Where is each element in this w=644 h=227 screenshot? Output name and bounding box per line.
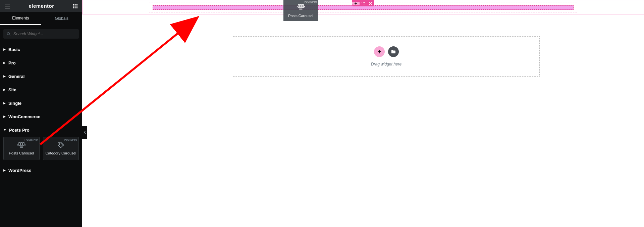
grip-icon [361, 2, 365, 5]
svg-rect-24 [300, 4, 302, 8]
add-section-button[interactable] [374, 46, 385, 57]
search-input[interactable] [13, 32, 75, 36]
svg-point-22 [364, 4, 365, 4]
search-icon [7, 32, 11, 36]
svg-rect-6 [73, 7, 74, 8]
section-controls [352, 0, 374, 6]
caret-right-icon: ▶ [3, 61, 6, 64]
widget-category-carousel[interactable]: PostsPro Category Carousel [43, 137, 79, 160]
dropzone-text: Drag widget here [371, 62, 401, 66]
widgets-panel: elementor Elements Globals ▶Basic ▶Pro ▶… [0, 0, 82, 227]
caret-right-icon: ▶ [3, 88, 6, 91]
svg-point-28 [302, 9, 302, 9]
tag-icon [57, 142, 64, 149]
svg-rect-23 [298, 4, 300, 8]
svg-point-14 [21, 147, 22, 147]
svg-rect-1 [74, 4, 75, 5]
carousel-icon [17, 142, 26, 149]
delete-section-button[interactable] [367, 2, 374, 5]
widget-badge: PostsPro [24, 138, 38, 141]
svg-point-13 [20, 147, 21, 147]
carousel-icon [297, 4, 305, 11]
editor-canvas[interactable]: PostsPro Posts Carousel Drag widget here [82, 0, 644, 227]
category-posts-pro[interactable]: ▼Posts Pro [3, 123, 79, 137]
svg-point-15 [22, 147, 23, 147]
widget-posts-carousel[interactable]: PostsPro Posts Carousel [3, 137, 40, 160]
widget-badge: PostsPro [64, 138, 77, 141]
search-input-wrap [3, 29, 79, 39]
category-woocommerce[interactable]: ▶WooCommerce [3, 110, 79, 123]
widget-badge: PostsPro [304, 0, 317, 3]
hamburger-icon[interactable] [5, 4, 10, 8]
svg-rect-8 [76, 7, 77, 8]
svg-rect-10 [19, 142, 20, 146]
plus-icon [354, 2, 358, 5]
category-basic[interactable]: ▶Basic [3, 43, 79, 56]
svg-point-27 [301, 9, 301, 9]
drag-ghost-widget: PostsPro Posts Carousel [283, 0, 318, 21]
template-library-button[interactable] [388, 46, 399, 57]
caret-right-icon: ▶ [3, 169, 6, 172]
panel-header: elementor [0, 0, 82, 12]
caret-right-icon: ▶ [3, 75, 6, 78]
svg-rect-0 [73, 4, 74, 5]
apps-grid-icon[interactable] [73, 4, 77, 8]
brand-logo: elementor [29, 3, 54, 9]
svg-rect-2 [76, 4, 77, 5]
widget-label: Posts Carousel [9, 151, 34, 155]
svg-rect-5 [76, 5, 77, 6]
category-wordpress[interactable]: ▶WordPress [3, 164, 79, 177]
caret-right-icon: ▶ [3, 101, 6, 105]
widget-label: Posts Carousel [288, 14, 313, 18]
svg-rect-25 [302, 4, 304, 8]
category-single[interactable]: ▶Single [3, 96, 79, 110]
category-general[interactable]: ▶General [3, 70, 79, 83]
svg-rect-7 [74, 7, 75, 8]
empty-section-dropzone[interactable]: Drag widget here [233, 36, 540, 77]
svg-rect-3 [73, 5, 74, 6]
svg-point-26 [300, 9, 300, 9]
svg-rect-11 [21, 142, 22, 146]
drag-section-handle[interactable] [360, 2, 367, 5]
section-top[interactable] [82, 0, 644, 14]
svg-point-19 [364, 2, 365, 3]
svg-point-9 [7, 33, 10, 35]
category-site[interactable]: ▶Site [3, 83, 79, 96]
close-icon [369, 2, 372, 5]
caret-down-icon: ▼ [3, 128, 6, 132]
svg-rect-4 [74, 5, 75, 6]
svg-point-16 [59, 144, 60, 144]
caret-right-icon: ▶ [3, 48, 6, 51]
widget-label: Category Carousel [45, 151, 76, 155]
chevron-left-icon [84, 131, 86, 134]
tab-globals[interactable]: Globals [41, 12, 83, 25]
caret-right-icon: ▶ [3, 115, 6, 118]
svg-rect-12 [23, 142, 24, 146]
svg-point-17 [362, 2, 362, 3]
add-section-button[interactable] [352, 2, 360, 5]
folder-icon [391, 50, 396, 54]
category-pro[interactable]: ▶Pro [3, 56, 79, 70]
plus-icon [377, 49, 382, 54]
svg-point-21 [363, 4, 364, 4]
panel-tabs: Elements Globals [0, 12, 82, 25]
svg-point-20 [362, 4, 362, 4]
svg-point-18 [363, 2, 364, 3]
tab-elements[interactable]: Elements [0, 12, 41, 25]
categories-list: ▶Basic ▶Pro ▶General ▶Site ▶Single ▶WooC… [0, 43, 82, 227]
panel-collapse-handle[interactable] [82, 126, 87, 139]
